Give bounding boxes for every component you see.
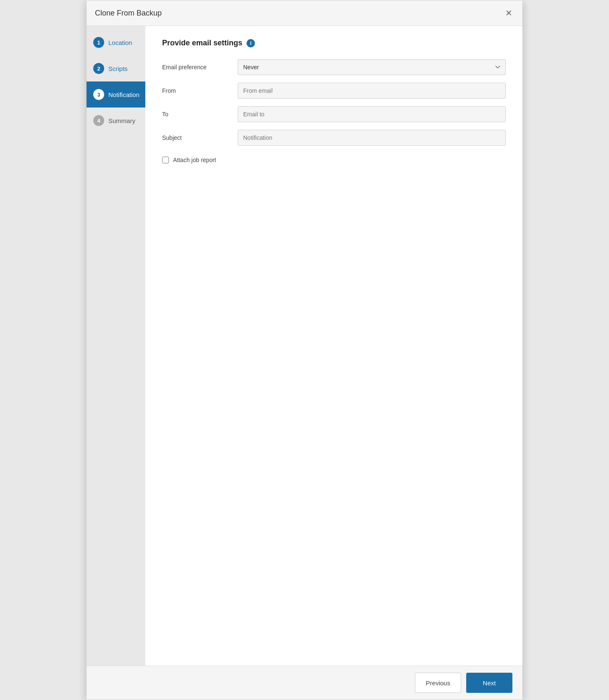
to-label: To (162, 111, 238, 118)
dialog-body: 1 Location 2 Scripts 3 Notification 4 Su… (87, 26, 522, 666)
subject-label: Subject (162, 134, 238, 141)
subject-input[interactable] (238, 130, 506, 146)
from-label: From (162, 87, 238, 94)
next-button[interactable]: Next (466, 673, 512, 693)
section-title: Provide email settings i (162, 39, 506, 47)
main-content: Provide email settings i Email preferenc… (145, 26, 522, 666)
sidebar-item-label-location: Location (108, 39, 132, 46)
step-number-2: 2 (93, 63, 104, 74)
clone-from-backup-dialog: Clone From Backup ✕ 1 Location 2 Scripts… (86, 0, 523, 700)
step-number-4: 4 (93, 115, 104, 126)
attach-report-label[interactable]: Attach job report (173, 157, 216, 163)
sidebar-item-label-notification: Notification (108, 91, 139, 98)
sidebar-item-location[interactable]: 1 Location (87, 29, 145, 55)
step-number-1: 1 (93, 37, 104, 48)
sidebar-item-label-summary: Summary (108, 117, 135, 124)
previous-button[interactable]: Previous (415, 673, 461, 693)
step-number-3: 3 (93, 89, 104, 100)
email-preference-select[interactable]: Never Always On failure On success (238, 59, 506, 75)
sidebar-item-label-scripts: Scripts (108, 65, 128, 72)
to-row: To (162, 106, 506, 122)
subject-row: Subject (162, 130, 506, 146)
close-button[interactable]: ✕ (504, 7, 514, 19)
sidebar-item-scripts[interactable]: 2 Scripts (87, 55, 145, 81)
email-preference-label: Email preference (162, 64, 238, 71)
dialog-title: Clone From Backup (95, 9, 162, 18)
email-preference-row: Email preference Never Always On failure… (162, 59, 506, 75)
sidebar: 1 Location 2 Scripts 3 Notification 4 Su… (87, 26, 145, 666)
dialog-footer: Previous Next (87, 666, 522, 700)
from-input[interactable] (238, 83, 506, 99)
from-row: From (162, 83, 506, 99)
sidebar-item-notification[interactable]: 3 Notification (87, 81, 145, 107)
sidebar-item-summary[interactable]: 4 Summary (87, 107, 145, 134)
info-icon[interactable]: i (247, 39, 255, 47)
to-input[interactable] (238, 106, 506, 122)
attach-report-row: Attach job report (162, 157, 506, 163)
dialog-header: Clone From Backup ✕ (87, 0, 522, 26)
attach-report-checkbox[interactable] (162, 157, 169, 163)
